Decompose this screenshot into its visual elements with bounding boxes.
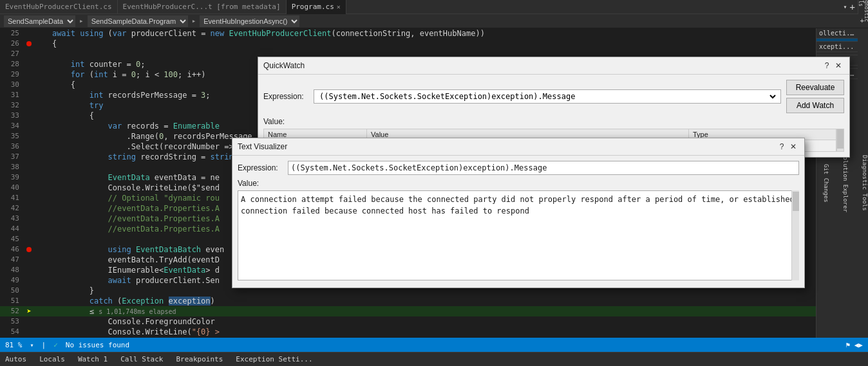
diag-tools-label[interactable]: Diagnostic Tools xyxy=(862,155,868,211)
status-icons: ⚑ ◀▶ xyxy=(846,341,863,349)
bottom-tab-breakpoints[interactable]: Breakpoints xyxy=(173,354,225,365)
tab-scroll-arrow[interactable]: ▾ xyxy=(841,3,850,10)
tab-label: EventHubProducerC...t [from metadata] xyxy=(123,3,281,11)
bottom-tab-locals[interactable]: Locals xyxy=(37,354,68,365)
status-bar-right: ⚑ ◀▶ xyxy=(846,341,863,349)
git-changes-label[interactable]: Git Changes xyxy=(823,164,829,203)
value-label-text: Value: xyxy=(263,117,285,126)
textvis-dialog[interactable]: Text Visualizer ? ✕ Expression: ((System… xyxy=(232,138,805,288)
zoom-dropdown-icon[interactable]: ▾ xyxy=(30,342,34,349)
status-bar: 81 % ▾ | ✓ No issues found ⚑ ◀▶ xyxy=(0,338,868,352)
quickwatch-addwatch-button[interactable]: Add Watch xyxy=(786,98,844,113)
quickwatch-help-button[interactable]: ? xyxy=(821,60,833,71)
breadcrumb-right-select[interactable]: EventHubIngestionAsync() xyxy=(200,15,299,27)
quickwatch-buttons: Reevaluate Add Watch xyxy=(786,80,844,113)
tab-eventhubproducerclient-meta[interactable]: EventHubProducerC...t [from metadata] xyxy=(118,0,287,14)
bottom-tab-autos[interactable]: Autos xyxy=(3,354,29,365)
code-line-25: 25 await using (var producerClient = new… xyxy=(0,28,816,39)
tab-label: EventHubProducerClient.cs xyxy=(5,3,112,11)
right-panel-item-1[interactable]: ollecti... xyxy=(816,28,858,39)
textvis-body: Expression: ((System.Net.Sockets.SocketE… xyxy=(232,156,804,288)
bottom-tab-watch1[interactable]: Watch 1 xyxy=(75,354,110,365)
textvis-expression-row: Expression: ((System.Net.Sockets.SocketE… xyxy=(238,161,799,175)
textvis-close-button[interactable]: ✕ xyxy=(788,141,799,152)
textvis-scrollbar[interactable] xyxy=(791,190,799,280)
quickwatch-expression-row: Expression: ((System.Net.Sockets.SocketE… xyxy=(263,80,844,113)
code-line-52: 52 ➤ ≤ s 1,01,748ms elapsed xyxy=(0,306,816,316)
textvis-titlebar: Text Visualizer ? ✕ xyxy=(232,138,804,156)
svg-point-1 xyxy=(26,247,32,252)
textvis-help-button[interactable]: ? xyxy=(776,141,788,152)
quickwatch-expression-select[interactable]: ((System.Net.Sockets.SocketException)exc… xyxy=(317,91,778,102)
status-bar-separator: | xyxy=(42,341,46,349)
diag-tools-tab[interactable]: Diagnostic tools xyxy=(858,0,868,14)
quickwatch-value-label: Value: xyxy=(263,117,844,126)
textvis-title: Text Visualizer xyxy=(238,142,776,151)
textvis-value-container xyxy=(238,190,799,282)
status-check-icon: ✓ xyxy=(53,341,58,349)
tab-bar: EventHubProducerClient.cs EventHubProduc… xyxy=(0,0,868,14)
bottom-tab-exception[interactable]: Exception Setti... xyxy=(233,354,315,365)
tab-program-cs[interactable]: Program.cs ✕ xyxy=(287,0,346,14)
tab-bar-right: ▾ + xyxy=(841,2,858,12)
svg-point-0 xyxy=(26,41,32,46)
textvis-value-textarea[interactable] xyxy=(238,190,799,280)
add-tab-icon[interactable]: + xyxy=(860,17,864,25)
breadcrumb-arrow2: ▸ xyxy=(192,17,196,25)
bottom-toolbar: Autos Locals Watch 1 Call Stack Breakpoi… xyxy=(0,352,868,366)
breadcrumb-left-select[interactable]: SendSampleData xyxy=(4,15,75,27)
code-line-54: 54 Console.WriteLine("{0} > xyxy=(0,327,816,337)
status-text: No issues found xyxy=(66,341,129,349)
textvis-value-label: Value: xyxy=(238,179,259,188)
breadcrumb-middle-select[interactable]: SendSampleData.Program xyxy=(88,15,188,27)
quickwatch-title: QuickWatch xyxy=(263,61,821,70)
quickwatch-reevaluate-button[interactable]: Reevaluate xyxy=(786,80,844,95)
zoom-level[interactable]: 81 % xyxy=(5,341,23,349)
textvis-value-label-row: Value: xyxy=(238,179,799,188)
code-line-51: 51 catch (Exception exception) xyxy=(0,296,816,306)
right-panel-item-3[interactable]: xcepti... xyxy=(816,42,858,52)
tab-close-icon[interactable]: ✕ xyxy=(337,3,341,10)
textvis-expression-value: ((System.Net.Sockets.SocketException)exc… xyxy=(288,161,799,175)
diagnostic-sidebar: Diagnostic Tools Solution Explorer Git C… xyxy=(858,28,868,338)
new-tab-button[interactable]: + xyxy=(850,2,855,12)
tab-eventhubproducerclient[interactable]: EventHubProducerClient.cs xyxy=(0,0,118,14)
breadcrumb-bar: SendSampleData ▸ SendSampleData.Program … xyxy=(0,14,868,28)
quickwatch-expression-label: Expression: xyxy=(263,92,308,101)
solution-explorer-label[interactable]: Solution Explorer xyxy=(842,153,849,212)
quickwatch-close-button[interactable]: ✕ xyxy=(833,60,844,71)
bottom-tab-callstack[interactable]: Call Stack xyxy=(118,354,165,365)
textvis-expression-label: Expression: xyxy=(238,163,283,172)
quickwatch-expression-input[interactable]: ((System.Net.Sockets.SocketException)exc… xyxy=(314,89,781,104)
tab-label: Program.cs xyxy=(292,3,334,11)
code-line-26: 26 { xyxy=(0,39,816,49)
quickwatch-scrollbar[interactable] xyxy=(836,129,844,152)
breadcrumb-arrow1: ▸ xyxy=(79,17,84,25)
code-line-53: 53 Console.ForegroundColor xyxy=(0,316,816,327)
quickwatch-titlebar: QuickWatch ? ✕ xyxy=(258,57,849,75)
